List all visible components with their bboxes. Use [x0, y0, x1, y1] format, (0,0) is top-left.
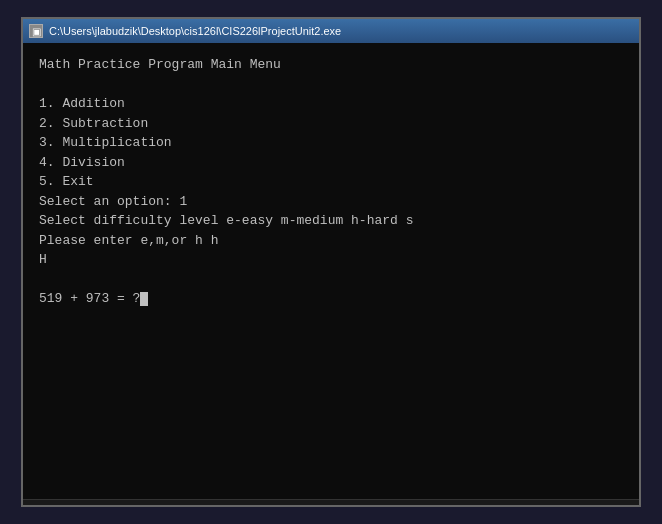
cursor [140, 292, 148, 306]
title-bar: C:\Users\jlabudzik\Desktop\cis126l\CIS22… [23, 19, 639, 43]
bottom-bar [23, 499, 639, 505]
title-bar-text: C:\Users\jlabudzik\Desktop\cis126l\CIS22… [49, 25, 633, 37]
console-area[interactable]: Math Practice Program Main Menu 1. Addit… [23, 43, 639, 499]
console-window: C:\Users\jlabudzik\Desktop\cis126l\CIS22… [21, 17, 641, 507]
console-output: Math Practice Program Main Menu 1. Addit… [39, 55, 623, 309]
window-icon [29, 24, 43, 38]
